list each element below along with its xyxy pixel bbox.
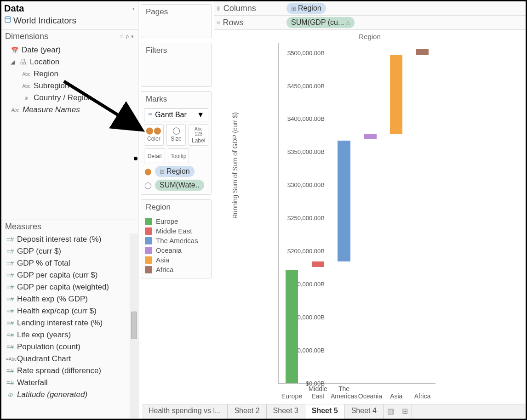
legend-item[interactable]: Europe bbox=[145, 216, 207, 226]
dim-location[interactable]: ◢品Location bbox=[1, 56, 138, 68]
pill-region-color[interactable]: ⊞Region bbox=[155, 166, 195, 177]
filters-shelf[interactable]: Filters bbox=[141, 43, 212, 87]
number-icon: =# bbox=[6, 272, 14, 279]
sheet-tab[interactable]: Sheet 4 bbox=[345, 404, 384, 419]
legend-swatch bbox=[145, 247, 152, 254]
annotation-dot bbox=[134, 157, 137, 160]
measure-item[interactable]: =#Health exp/cap (curr $) bbox=[1, 305, 138, 317]
number-icon: =# bbox=[6, 331, 14, 339]
sheet-tab[interactable]: Sheet 2 bbox=[228, 404, 266, 419]
plus-icon: ⊞ bbox=[291, 5, 296, 12]
dimensions-tools[interactable]: ≣ ρ ▾ bbox=[120, 34, 134, 40]
dimensions-header: Dimensions ≣ ρ ▾ bbox=[1, 29, 138, 43]
data-header: Data • bbox=[1, 1, 138, 14]
measure-item[interactable]: =#Population (count) bbox=[1, 341, 138, 353]
rows-icon: ≡ bbox=[217, 19, 220, 26]
measure-item[interactable]: =#Lending interest rate (%) bbox=[1, 317, 138, 329]
measure-item[interactable]: =AbcQuadrant Chart bbox=[1, 353, 138, 365]
dim-measure-names[interactable]: AbcMeasure Names bbox=[1, 104, 138, 116]
bar-asia[interactable] bbox=[390, 55, 402, 134]
datasource-row[interactable]: World Indicators bbox=[1, 14, 138, 29]
detail-button[interactable]: Detail bbox=[144, 148, 165, 163]
legend-item[interactable]: The Americas bbox=[145, 236, 207, 245]
number-icon: =# bbox=[6, 236, 14, 243]
label-button[interactable]: Abc123Label bbox=[189, 124, 208, 146]
measures-header: Measures bbox=[1, 220, 138, 233]
rows-shelf[interactable]: ≡Rows SUM(GDP (cu... △ bbox=[214, 16, 526, 30]
color-button[interactable]: ⬤⬤Color bbox=[144, 124, 164, 146]
sheet-tab[interactable]: Sheet 3 bbox=[267, 404, 305, 419]
bar-middle-east[interactable] bbox=[312, 261, 324, 267]
globe-icon: ⊕ bbox=[6, 391, 14, 398]
bar-the-americas[interactable] bbox=[338, 141, 350, 261]
measure-item[interactable]: =#GDP per capita (weighted) bbox=[1, 281, 138, 293]
legend-title: Region bbox=[141, 200, 211, 215]
columns-pill-region[interactable]: ⊞Region bbox=[286, 3, 326, 14]
shelves-panel: Pages Filters Marks ≡Gantt Bar ▼ ⬤⬤Color… bbox=[138, 1, 214, 419]
legend-swatch bbox=[145, 227, 152, 235]
measures-box: =#Deposit interest rate (%)=#GDP (curr $… bbox=[1, 233, 138, 419]
y-axis-label: Running Sum of Sum of GDP (curr $) bbox=[231, 112, 239, 219]
abc-icon: =Abc bbox=[6, 357, 14, 362]
rows-label: Rows bbox=[223, 18, 244, 28]
sheet-tab[interactable]: Sheet 5 bbox=[305, 404, 345, 419]
bar-africa[interactable] bbox=[416, 49, 429, 55]
scrollbar[interactable] bbox=[130, 233, 138, 419]
measure-item[interactable]: =#GDP per capita (curr $) bbox=[1, 269, 138, 281]
tooltip-button[interactable]: Tooltip bbox=[168, 148, 189, 163]
measure-item[interactable]: =#Life exp (years) bbox=[1, 329, 138, 341]
marktype-select[interactable]: ≡Gantt Bar ▼ bbox=[144, 108, 208, 121]
sheet-tab[interactable]: Health spending vs l... bbox=[142, 404, 228, 419]
dim-region[interactable]: AbcRegion bbox=[1, 68, 138, 80]
pill-size[interactable]: SUM(Wate.. bbox=[155, 180, 204, 191]
abc-icon: Abc bbox=[22, 84, 31, 89]
legend-card: Region EuropeMiddle EastThe AmericasOcea… bbox=[141, 199, 212, 278]
color-slot-icon: ⬤ bbox=[144, 168, 152, 175]
bar-europe[interactable] bbox=[286, 270, 298, 383]
measure-item[interactable]: =#Rate spread (difference) bbox=[1, 365, 138, 377]
calendar-icon: 📅 bbox=[11, 47, 19, 54]
pages-shelf[interactable]: Pages bbox=[141, 4, 212, 38]
legend-item[interactable]: Middle East bbox=[145, 226, 207, 236]
measure-item[interactable]: =#GDP % of Total bbox=[1, 257, 138, 269]
dim-country[interactable]: ⊕Country / Region bbox=[1, 92, 138, 104]
scrollbar-thumb[interactable] bbox=[131, 312, 137, 339]
number-icon: =# bbox=[6, 367, 14, 375]
legend-item[interactable]: Asia bbox=[145, 255, 207, 265]
globe-icon: ⊕ bbox=[22, 96, 31, 101]
measure-item[interactable]: =#Waterfall bbox=[1, 377, 138, 389]
measure-item[interactable]: =#Health exp (% GDP) bbox=[1, 293, 138, 305]
view-area: iiiColumns ⊞Region ≡Rows SUM(GDP (cu... … bbox=[214, 1, 526, 419]
number-icon: =# bbox=[6, 319, 14, 327]
x-tick: Africa bbox=[407, 392, 439, 400]
chart-title: Region bbox=[214, 30, 526, 40]
y-tick: $500,000.00B bbox=[279, 49, 325, 56]
chart: Running Sum of Sum of GDP (curr $) $0.00… bbox=[229, 43, 435, 402]
y-tick: $450,000.00B bbox=[279, 82, 325, 89]
size-button[interactable]: ◯Size bbox=[166, 124, 186, 146]
columns-shelf[interactable]: iiiColumns ⊞Region bbox=[214, 1, 526, 16]
marks-card: Marks ≡Gantt Bar ▼ ⬤⬤Color ◯Size Abc123L… bbox=[141, 91, 212, 195]
label-icon: Abc123 bbox=[189, 126, 208, 136]
panel-menu-icon[interactable]: • bbox=[132, 6, 134, 11]
dim-date[interactable]: 📅Date (year) bbox=[1, 44, 138, 56]
filters-label: Filters bbox=[141, 43, 211, 58]
number-icon: =# bbox=[6, 260, 14, 267]
measure-item[interactable]: =#Deposit interest rate (%) bbox=[1, 233, 138, 245]
legend-item[interactable]: Africa bbox=[145, 265, 207, 274]
measure-item[interactable]: =#GDP (curr $) bbox=[1, 245, 138, 257]
dim-subregion[interactable]: AbcSubregion bbox=[1, 80, 138, 92]
measure-item[interactable]: ⊕Latitude (generated) bbox=[1, 389, 138, 401]
color-icon: ⬤⬤ bbox=[144, 126, 163, 135]
plus-icon: ⊞ bbox=[160, 168, 165, 175]
table-calc-icon: △ bbox=[346, 19, 350, 26]
data-panel: Data • World Indicators Dimensions ≣ ρ ▾… bbox=[1, 1, 138, 419]
caret-icon: ◢ bbox=[11, 59, 16, 65]
new-sheet-button[interactable]: ⊞ bbox=[398, 404, 412, 419]
bar-oceania[interactable] bbox=[364, 134, 376, 139]
viz-area[interactable]: Region Running Sum of Sum of GDP (curr $… bbox=[214, 30, 526, 419]
columns-icon: iii bbox=[217, 5, 221, 12]
new-sheet-button[interactable]: ▥ bbox=[384, 404, 398, 419]
rows-pill-gdp[interactable]: SUM(GDP (cu... △ bbox=[286, 17, 355, 28]
legend-item[interactable]: Oceania bbox=[145, 245, 207, 255]
